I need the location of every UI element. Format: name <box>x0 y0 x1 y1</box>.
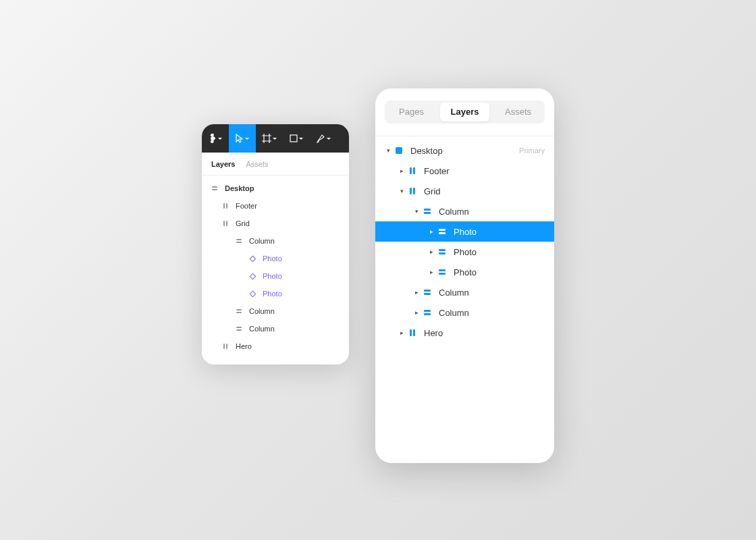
chevron-down-icon <box>273 138 277 140</box>
pen-icon <box>316 134 325 143</box>
chevron-down-icon <box>327 138 331 140</box>
layer-hero[interactable]: Hero <box>202 338 349 355</box>
chevron-right-icon: ▸ <box>428 228 435 235</box>
layer-column[interactable]: ▾ Column <box>375 201 554 221</box>
autolayout-icon <box>234 309 244 314</box>
autolayout-h-icon <box>408 167 417 174</box>
chevron-right-icon: ▸ <box>413 289 420 296</box>
layer-label: Footer <box>424 166 450 176</box>
layer-grid[interactable]: ▾ Grid <box>375 181 554 201</box>
layer-label: Column <box>439 288 469 298</box>
chevron-down-icon <box>245 138 249 140</box>
layer-footer[interactable]: ▸ Footer <box>375 161 554 181</box>
tab-layers[interactable]: Layers <box>211 160 235 168</box>
chevron-down-icon: ▾ <box>398 188 405 194</box>
layers-tree: ▾ Desktop Primary ▸ Footer ▾ Grid ▾ Colu… <box>375 140 554 343</box>
layer-column[interactable]: ▸ Column <box>375 302 554 323</box>
figma-menu-button[interactable] <box>202 124 229 153</box>
layer-label: Column <box>439 308 469 318</box>
layer-photo[interactable]: ▸ Photo <box>375 262 554 282</box>
chevron-down-icon <box>218 138 222 140</box>
layer-label: Hero <box>236 342 252 350</box>
tab-pages[interactable]: Pages <box>387 103 436 122</box>
layer-label: Desktop <box>410 146 443 156</box>
autolayout-h-icon <box>408 329 417 336</box>
layer-label: Column <box>249 325 275 333</box>
layer-column[interactable]: Column <box>202 320 349 338</box>
layer-photo[interactable]: Photo <box>202 285 349 302</box>
primary-badge: Primary <box>519 146 545 155</box>
layer-column[interactable]: Column <box>202 302 349 320</box>
layer-label: Grid <box>236 219 250 227</box>
autolayout-v-icon <box>423 209 432 214</box>
frame-tool-button[interactable] <box>256 124 283 153</box>
component-icon <box>248 292 257 296</box>
tab-layers[interactable]: Layers <box>440 103 489 122</box>
layer-label: Photo <box>263 254 282 263</box>
autolayout-h-icon <box>408 188 417 194</box>
autolayout-v-icon <box>423 310 432 315</box>
layer-hero[interactable]: ▸ Hero <box>375 323 554 343</box>
autolayout-v-icon <box>437 249 447 254</box>
layer-label: Column <box>249 237 275 245</box>
divider <box>375 136 554 136</box>
chevron-down-icon <box>299 138 303 140</box>
layer-label: Desktop <box>225 184 254 192</box>
layer-label: Photo <box>263 272 282 280</box>
toolbar <box>202 124 349 153</box>
layer-label: Footer <box>236 202 257 210</box>
figma-layers-panel-small: Layers Assets Desktop Footer Grid Column… <box>202 124 349 364</box>
chevron-right-icon: ▸ <box>428 248 435 255</box>
layer-label: Column <box>439 207 469 217</box>
layer-label: Grid <box>424 186 441 196</box>
component-icon <box>248 256 257 261</box>
segmented-tabs: Pages Layers Assets <box>385 101 545 124</box>
autolayout-icon <box>221 203 230 209</box>
layer-label: Photo <box>263 290 282 298</box>
autolayout-icon <box>234 239 244 244</box>
chevron-right-icon: ▸ <box>398 329 405 336</box>
frame-329-icon <box>210 186 219 191</box>
pen-tool-button[interactable] <box>310 124 337 153</box>
autolayout-v-icon <box>423 290 432 295</box>
layer-label: Photo <box>454 267 477 277</box>
layer-photo[interactable]: ▸ Photo <box>375 242 554 262</box>
tab-assets[interactable]: Assets <box>246 160 268 168</box>
layer-label: Column <box>249 307 275 315</box>
layer-label: Photo <box>454 227 477 237</box>
component-icon <box>248 274 257 279</box>
layer-desktop[interactable]: ▾ Desktop Primary <box>375 140 554 161</box>
chevron-down-icon: ▾ <box>385 147 392 154</box>
chevron-right-icon: ▸ <box>398 167 405 174</box>
square-icon <box>290 134 298 142</box>
chevron-down-icon: ▾ <box>413 208 420 215</box>
layer-label: Photo <box>454 247 477 257</box>
figma-logo-icon <box>209 134 217 143</box>
panel-tabs: Layers Assets <box>202 153 349 176</box>
autolayout-v-icon <box>437 229 447 234</box>
autolayout-icon <box>221 344 230 349</box>
layer-photo[interactable]: Photo <box>202 267 349 285</box>
frame-329-icon <box>262 134 271 143</box>
move-tool-button[interactable] <box>229 124 256 153</box>
cursor-icon <box>236 134 244 143</box>
layers-tree: Desktop Footer Grid Column Photo Photo P… <box>202 176 349 359</box>
chevron-right-icon: ▸ <box>413 309 420 316</box>
layer-desktop[interactable]: Desktop <box>202 180 349 197</box>
layer-footer[interactable]: Footer <box>202 197 349 215</box>
autolayout-v-icon <box>437 269 447 275</box>
shape-tool-button[interactable] <box>283 124 310 153</box>
autolayout-icon <box>221 221 230 226</box>
layer-label: Hero <box>424 328 443 338</box>
layer-column[interactable]: Column <box>202 232 349 250</box>
layers-panel-large: Pages Layers Assets ▾ Desktop Primary ▸ … <box>375 88 554 463</box>
chevron-right-icon: ▸ <box>428 269 435 275</box>
frame-329-icon <box>394 147 404 154</box>
layer-grid[interactable]: Grid <box>202 215 349 232</box>
tab-assets[interactable]: Assets <box>493 103 543 122</box>
layer-photo-selected[interactable]: ▸ Photo <box>375 221 554 242</box>
autolayout-icon <box>234 327 244 331</box>
layer-column[interactable]: ▸ Column <box>375 282 554 302</box>
layer-photo[interactable]: Photo <box>202 250 349 267</box>
svg-rect-1 <box>290 135 297 142</box>
